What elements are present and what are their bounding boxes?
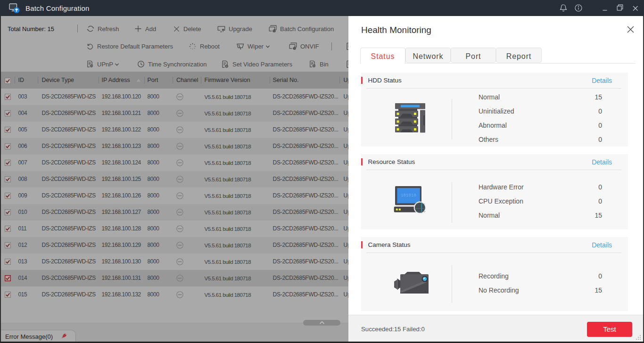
svg-text:101010: 101010	[401, 193, 416, 198]
